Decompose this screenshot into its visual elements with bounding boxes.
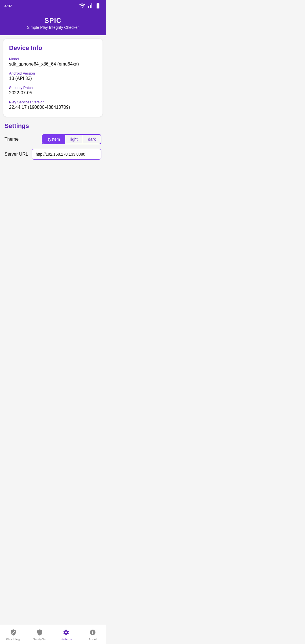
theme-light-button[interactable]: light [65,135,83,144]
nav-play-integrity[interactable]: Play Integ. [0,625,27,644]
theme-system-button[interactable]: system [42,135,65,144]
signal-icon [87,2,93,10]
theme-label: Theme [5,137,19,142]
settings-section: Settings Theme system light dark Server … [3,121,103,160]
security-patch-value: 2022-07-05 [9,90,97,95]
about-icon [89,628,97,636]
model-item: Model sdk_gphone64_x86_64 (emu64xa) [9,57,97,67]
nav-settings[interactable]: Settings [53,625,80,644]
nav-safetynet-label: SafetyNet [33,638,46,641]
theme-row: Theme system light dark [5,134,101,144]
play-services-label: Play Services Version [9,100,97,104]
app-header: SPIC Simple Play Integrity Checker [0,12,106,35]
android-version-value: 13 (API 33) [9,76,97,81]
play-services-value: 22.44.17 (190800-488410709) [9,105,97,110]
security-patch-item: Security Patch 2022-07-05 [9,86,97,95]
settings-icon [62,628,70,636]
battery-icon [95,2,101,10]
play-services-item: Play Services Version 22.44.17 (190800-4… [9,100,97,110]
security-patch-label: Security Patch [9,86,97,90]
nav-about[interactable]: About [79,625,106,644]
bottom-nav: Play Integ. SafetyNet Settings About [0,625,106,644]
server-url-label: Server URL [5,152,28,157]
model-label: Model [9,57,97,61]
status-time: 4:37 [5,4,12,8]
android-version-label: Android Version [9,71,97,75]
nav-play-integrity-label: Play Integ. [6,638,21,641]
safetynet-icon [36,628,44,636]
app-title: SPIC [5,17,101,25]
device-info-card: Device Info Model sdk_gphone64_x86_64 (e… [3,39,103,117]
device-info-title: Device Info [9,44,97,52]
main-content: Device Info Model sdk_gphone64_x86_64 (e… [0,35,106,187]
android-version-item: Android Version 13 (API 33) [9,71,97,81]
play-integrity-icon [9,628,17,636]
settings-title: Settings [5,122,101,130]
status-icons [79,2,101,10]
wifi-icon [79,2,86,10]
theme-toggle: system light dark [42,134,101,144]
theme-dark-button[interactable]: dark [83,135,101,144]
nav-settings-label: Settings [61,638,72,641]
server-url-row: Server URL [5,149,101,160]
status-bar: 4:37 [0,0,106,12]
model-value: sdk_gphone64_x86_64 (emu64xa) [9,62,97,67]
app-subtitle: Simple Play Integrity Checker [5,25,101,30]
server-url-input[interactable] [32,149,101,160]
nav-safetynet[interactable]: SafetyNet [27,625,53,644]
nav-about-label: About [89,638,97,641]
